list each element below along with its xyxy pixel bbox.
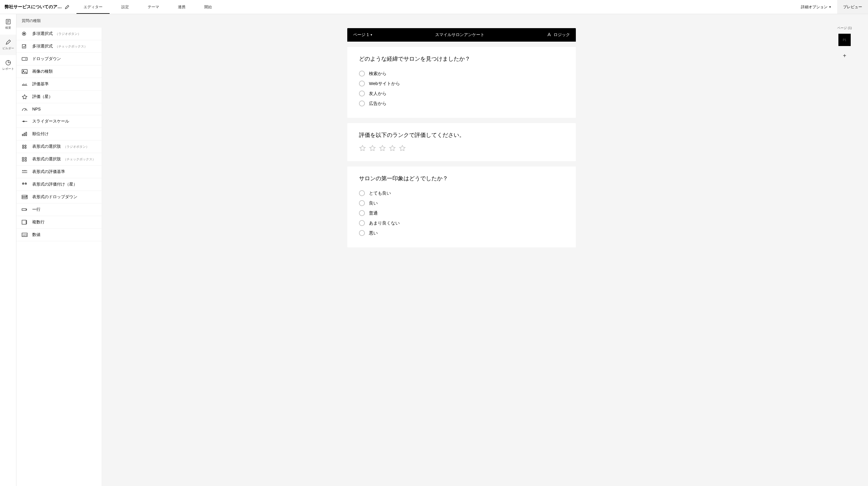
rail-builder[interactable]: ビルダー xyxy=(0,35,16,55)
nps-icon xyxy=(22,107,28,111)
radio-icon[interactable] xyxy=(359,210,365,216)
preview-button[interactable]: プレビュー xyxy=(837,0,868,14)
star-icon[interactable] xyxy=(359,145,366,152)
rail-report[interactable]: レポート xyxy=(0,55,16,75)
qtype-label: 一行 xyxy=(32,207,40,212)
qtype-label: 表形式の選択肢 xyxy=(32,144,61,149)
star-icon[interactable] xyxy=(369,145,376,152)
qtype-slider[interactable]: スライダースケール xyxy=(17,115,102,128)
radio-icon[interactable] xyxy=(359,81,365,87)
question-types-list[interactable]: 多項選択式（ラジオボタン）多項選択式（チェックボックス）ドロップダウン画像の種類… xyxy=(17,28,102,486)
svg-rect-27 xyxy=(25,157,26,159)
tab-theme[interactable]: テーマ xyxy=(138,0,168,14)
qtype-label: 多項選択式 xyxy=(32,44,53,49)
radio-icon[interactable] xyxy=(359,91,365,96)
advanced-options-button[interactable]: 詳細オプション ▼ xyxy=(795,0,837,14)
qtype-matrix-star[interactable]: 表形式の評価付け（星） xyxy=(17,178,102,191)
matrix-scale-icon xyxy=(22,170,28,174)
rail-builder-label: ビルダー xyxy=(2,46,14,51)
tab-editor[interactable]: エディター xyxy=(74,0,112,14)
radio-icon[interactable] xyxy=(359,71,365,77)
edit-title-icon[interactable] xyxy=(65,5,69,9)
svg-rect-28 xyxy=(22,160,24,161)
svg-rect-8 xyxy=(22,57,27,60)
qtype-label: 表形式の評価基準 xyxy=(32,169,65,174)
page-label: ページ 1 xyxy=(353,32,369,37)
qtype-sublabel: （チェックボックス） xyxy=(55,44,87,49)
qtype-star[interactable]: 評価（星） xyxy=(17,91,102,103)
qtype-ranking[interactable]: 順位付け xyxy=(17,128,102,141)
qtype-label: ドロップダウン xyxy=(32,56,61,62)
tab-integrate[interactable]: 連携 xyxy=(168,0,195,14)
svg-text:123: 123 xyxy=(22,234,27,237)
logic-button[interactable]: ロジック xyxy=(547,32,570,37)
option-row[interactable]: Webサイトから xyxy=(359,79,564,89)
option-label: 良い xyxy=(369,201,378,206)
star-rating[interactable] xyxy=(359,145,564,152)
qtype-matrix-dropdown[interactable]: 表形式のドロップダウン xyxy=(17,191,102,204)
qtype-sublabel: （ラジオボタン） xyxy=(63,145,89,149)
question-types-panel: 質問の種類 多項選択式（ラジオボタン）多項選択式（チェックボックス）ドロップダウ… xyxy=(17,14,102,486)
qtype-multi-line[interactable]: 複数行 xyxy=(17,216,102,229)
rail-report-label: レポート xyxy=(2,67,14,71)
question-title[interactable]: サロンの第一印象はどうでしたか？ xyxy=(359,175,564,182)
tab-launch[interactable]: 開始 xyxy=(195,0,221,14)
multi-line-icon xyxy=(22,220,28,224)
option-row[interactable]: 普通 xyxy=(359,208,564,218)
question-title[interactable]: どのような経緯でサロンを見つけましたか？ xyxy=(359,55,564,63)
qtype-sublabel: （チェックボックス） xyxy=(63,157,96,161)
question-types-header: 質問の種類 xyxy=(17,14,102,28)
qtype-image[interactable]: 画像の種類 xyxy=(17,65,102,78)
qtype-number[interactable]: 123数値 xyxy=(17,229,102,241)
question-card[interactable]: サロンの第一印象はどうでしたか？とても良い良い普通あまり良くない悪い xyxy=(347,166,576,247)
option-row[interactable]: 広告から xyxy=(359,98,564,109)
qtype-scale-h[interactable]: 評価基準 xyxy=(17,78,102,91)
page-caret-icon: ▼ xyxy=(370,33,373,36)
qtype-nps[interactable]: NPS xyxy=(17,103,102,115)
option-row[interactable]: とても良い xyxy=(359,188,564,198)
star-icon[interactable] xyxy=(399,145,406,152)
advanced-options-label: 詳細オプション xyxy=(801,4,828,10)
add-page-button[interactable]: + xyxy=(838,50,851,62)
question-title[interactable]: 評価を以下のランクで評価してください。 xyxy=(359,131,564,139)
page-panel: ページ (1) P1 + xyxy=(821,14,868,486)
option-row[interactable]: 悪い xyxy=(359,228,564,238)
matrix-check-icon xyxy=(22,157,28,161)
question-card[interactable]: どのような経緯でサロンを見つけましたか？検索からWebサイトから友人から広告から xyxy=(347,47,576,118)
qtype-matrix-radio[interactable]: 表形式の選択肢（ラジオボタン） xyxy=(17,141,102,153)
page-selector[interactable]: ページ 1 ▼ xyxy=(353,32,373,37)
survey-title[interactable]: 弊社サービスについてのア… xyxy=(5,4,62,10)
svg-point-25 xyxy=(25,147,26,149)
editor-canvas[interactable]: ページ 1 ▼ スマイルサロンアンケート ロジック どのような経緯でサロンを見つ… xyxy=(102,14,821,486)
qtype-matrix-check[interactable]: 表形式の選択肢（チェックボックス） xyxy=(17,153,102,165)
survey-name[interactable]: スマイルサロンアンケート xyxy=(435,32,485,37)
tab-settings[interactable]: 設定 xyxy=(112,0,138,14)
star-icon[interactable] xyxy=(389,145,396,152)
question-card[interactable]: 評価を以下のランクで評価してください。 xyxy=(347,123,576,161)
dropdown-icon xyxy=(22,57,28,61)
qtype-single-line[interactable]: 一行 xyxy=(17,204,102,216)
radio-icon[interactable] xyxy=(359,230,365,236)
option-label: Webサイトから xyxy=(369,81,400,87)
checkbox-icon xyxy=(22,44,28,49)
radio-icon[interactable] xyxy=(359,220,365,226)
image-icon xyxy=(22,69,28,74)
qtype-radio[interactable]: 多項選択式（ラジオボタン） xyxy=(17,28,102,40)
star-icon[interactable] xyxy=(379,145,386,152)
qtype-matrix-scale[interactable]: 表形式の評価基準 xyxy=(17,165,102,178)
option-row[interactable]: 良い xyxy=(359,198,564,208)
logic-label: ロジック xyxy=(554,32,570,37)
qtype-sublabel: （ラジオボタン） xyxy=(55,32,81,36)
radio-icon[interactable] xyxy=(359,190,365,196)
rail-overview[interactable]: 概要 xyxy=(0,14,16,35)
option-row[interactable]: 検索から xyxy=(359,69,564,79)
option-row[interactable]: 友人から xyxy=(359,89,564,98)
radio-icon[interactable] xyxy=(359,200,365,206)
ranking-icon xyxy=(22,132,28,136)
radio-icon[interactable] xyxy=(359,100,365,107)
option-row[interactable]: あまり良くない xyxy=(359,218,564,228)
qtype-checkbox[interactable]: 多項選択式（チェックボックス） xyxy=(17,40,102,53)
qtype-dropdown[interactable]: ドロップダウン xyxy=(17,53,102,65)
svg-point-18 xyxy=(23,121,25,122)
page-thumbnail-1[interactable]: P1 xyxy=(838,34,851,46)
